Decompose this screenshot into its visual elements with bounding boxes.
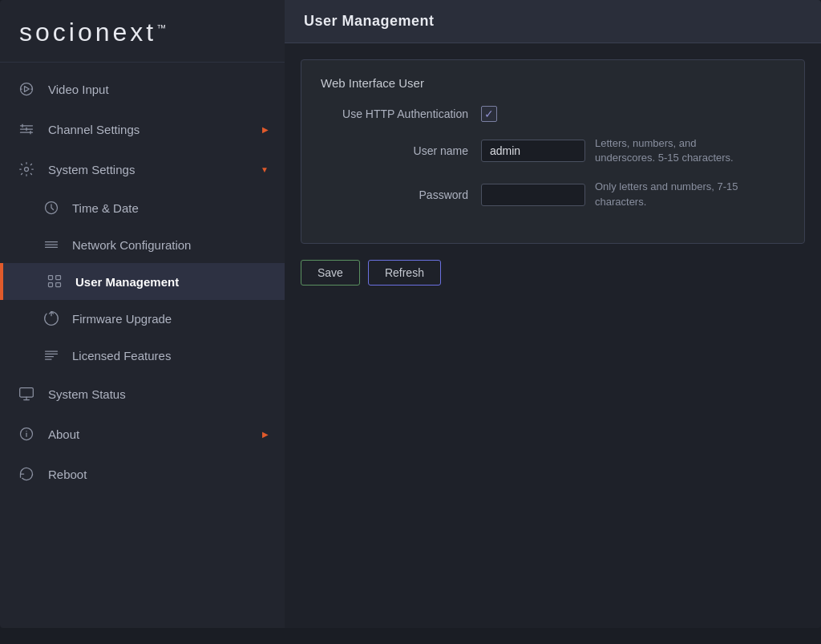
password-control: Only letters and numbers, 7-15 character… xyxy=(481,180,755,209)
http-auth-control: ✓ xyxy=(481,106,497,122)
sidebar: socionext™ Video Input Channel Settings … xyxy=(0,0,285,628)
sidebar-item-licensed-features-label: Licensed Features xyxy=(72,349,171,363)
password-hint: Only letters and numbers, 7-15 character… xyxy=(595,180,755,209)
sidebar-item-about[interactable]: About ▶ xyxy=(0,414,285,454)
username-label: User name xyxy=(321,144,481,157)
reboot-icon xyxy=(16,464,37,484)
user-management-icon xyxy=(45,272,64,291)
svg-rect-20 xyxy=(20,388,34,398)
sidebar-item-network-configuration[interactable]: Network Configuration xyxy=(0,226,285,263)
sidebar-item-time-date-label: Time & Date xyxy=(72,201,139,215)
sidebar-item-system-settings-label: System Settings xyxy=(48,163,261,176)
sidebar-item-firmware-upgrade-label: Firmware Upgrade xyxy=(72,312,172,326)
sidebar-item-user-management[interactable]: User Management xyxy=(0,263,285,300)
button-row: Save Refresh xyxy=(301,260,805,286)
nav-list: Video Input Channel Settings ▶ System Se… xyxy=(0,63,285,628)
sidebar-item-licensed-features[interactable]: Licensed Features xyxy=(0,337,285,374)
checkbox-check-icon: ✓ xyxy=(484,108,494,119)
svg-point-7 xyxy=(25,168,29,172)
password-input[interactable] xyxy=(481,184,585,206)
sidebar-item-channel-settings[interactable]: Channel Settings ▶ xyxy=(0,109,285,149)
username-row: User name Letters, numbers, and undersco… xyxy=(321,136,785,165)
sidebar-item-video-input-label: Video Input xyxy=(48,83,269,96)
http-auth-row: Use HTTP Authentication ✓ xyxy=(321,106,785,122)
network-configuration-icon xyxy=(42,235,61,254)
sidebar-item-time-date[interactable]: Time & Date xyxy=(0,189,285,226)
username-input[interactable] xyxy=(481,140,585,162)
sidebar-item-system-settings[interactable]: System Settings ▼ xyxy=(0,149,285,189)
username-hint: Letters, numbers, and underscores. 5-15 … xyxy=(595,136,755,165)
svg-rect-15 xyxy=(56,283,61,287)
svg-rect-14 xyxy=(56,276,61,280)
sidebar-item-video-input[interactable]: Video Input xyxy=(0,69,285,109)
sidebar-item-system-status[interactable]: System Status xyxy=(0,374,285,414)
page-content: Web Interface User Use HTTP Authenticati… xyxy=(285,43,821,628)
about-icon xyxy=(16,423,37,444)
system-status-icon xyxy=(16,383,37,404)
password-row: Password Only letters and numbers, 7-15 … xyxy=(321,180,785,209)
refresh-button[interactable]: Refresh xyxy=(368,260,441,286)
main-layout: socionext™ Video Input Channel Settings … xyxy=(0,0,821,628)
card-title: Web Interface User xyxy=(321,76,785,90)
channel-settings-arrow-icon: ▶ xyxy=(262,125,269,134)
video-input-icon xyxy=(16,79,37,99)
svg-rect-13 xyxy=(49,283,53,287)
page-title: User Management xyxy=(304,13,435,29)
logo-area: socionext™ xyxy=(0,0,285,63)
http-auth-checkbox[interactable]: ✓ xyxy=(481,106,497,122)
username-control: Letters, numbers, and underscores. 5-15 … xyxy=(481,136,755,165)
content-area: User Management Web Interface User Use H… xyxy=(285,0,821,628)
sidebar-item-system-status-label: System Status xyxy=(48,387,269,401)
sidebar-item-about-label: About xyxy=(48,427,262,441)
system-settings-icon xyxy=(16,159,37,180)
sidebar-item-network-configuration-label: Network Configuration xyxy=(72,238,191,252)
save-button[interactable]: Save xyxy=(301,260,360,286)
sidebar-item-user-management-label: User Management xyxy=(75,275,179,289)
sidebar-item-reboot-label: Reboot xyxy=(48,468,269,481)
svg-rect-12 xyxy=(49,276,53,280)
password-label: Password xyxy=(321,188,481,201)
firmware-upgrade-icon xyxy=(42,309,61,328)
web-interface-user-card: Web Interface User Use HTTP Authenticati… xyxy=(301,59,805,244)
about-arrow-icon: ▶ xyxy=(262,430,269,439)
system-settings-arrow-icon: ▼ xyxy=(261,165,269,174)
page-header: User Management xyxy=(285,0,821,43)
sidebar-item-reboot[interactable]: Reboot xyxy=(0,454,285,494)
licensed-features-icon xyxy=(42,346,61,365)
channel-settings-icon xyxy=(16,119,37,140)
time-date-icon xyxy=(42,198,61,217)
sidebar-item-firmware-upgrade[interactable]: Firmware Upgrade xyxy=(0,300,285,337)
sidebar-item-channel-settings-label: Channel Settings xyxy=(48,123,262,136)
logo: socionext™ xyxy=(19,18,265,47)
http-auth-label: Use HTTP Authentication xyxy=(321,107,481,120)
